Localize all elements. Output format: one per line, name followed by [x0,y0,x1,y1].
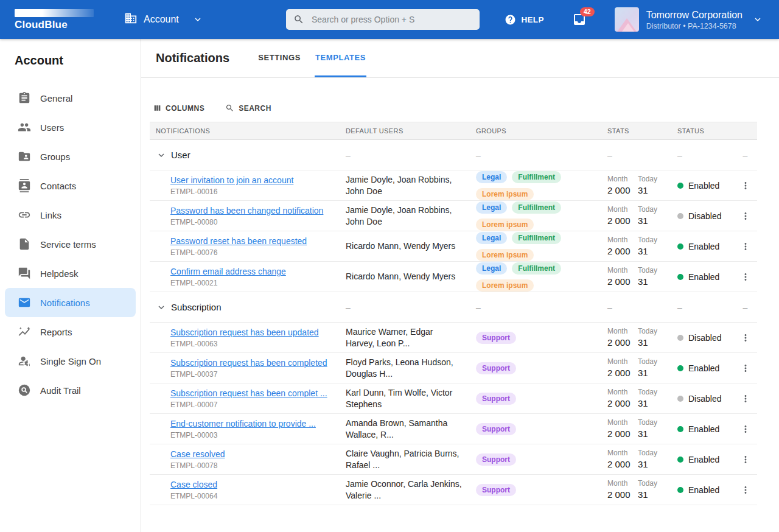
template-id: ETMPL-00064 [170,492,340,500]
person-gear-icon [17,354,32,368]
row-menu-button[interactable] [738,330,753,346]
help-button[interactable]: HELP [505,14,544,26]
stat-month: Month2 000 [607,175,638,196]
default-users: Jamie Doyle, Joan Robbins, John Doe [346,205,463,228]
status-badge: Enabled [677,272,733,282]
status-label: Enabled [688,485,719,495]
template-row: User invitation to join an accountETMPL-… [150,170,757,201]
tab-settings[interactable]: SETTINGS [257,39,301,77]
template-link[interactable]: Password reset has been requested [170,236,307,247]
account-switcher[interactable]: Account [124,12,203,27]
status-badge: Enabled [677,455,733,464]
sidebar-item-single-sign-on[interactable]: Single Sign On [5,346,136,376]
row-menu-button[interactable] [738,421,753,437]
placeholder-dash: – [607,150,612,160]
template-link[interactable]: Subscription request has been completed [170,358,327,368]
row-menu-button[interactable] [738,269,753,285]
group-label: Subscription [171,302,222,312]
notifications-button[interactable]: 42 [572,12,587,27]
group-chip: Support [476,423,516,435]
help-label: HELP [522,15,544,24]
row-menu-button[interactable] [738,360,753,376]
default-users: Amanda Brown, Samantha Wallace, R... [346,418,463,441]
sidebar: Account GeneralUsersGroupsContactsLinksS… [0,39,141,532]
template-id: ETMPL-00037 [170,370,340,379]
search-button[interactable]: SEARCH [225,103,271,113]
default-users: Ricardo Mann, Wendy Myers [346,271,463,282]
template-link[interactable]: End-customer notification to provide ... [170,419,316,429]
sidebar-item-audit-trail[interactable]: Audit Trail [5,376,136,405]
collapse-chevron-icon[interactable] [156,150,167,161]
topbar: CloudBlue Account HELP 42 [0,0,779,39]
row-menu-button[interactable] [738,208,753,224]
tab-templates[interactable]: TEMPLATES [315,39,366,77]
group-row-user: User––––– [150,140,757,170]
sidebar-item-groups[interactable]: Groups [5,142,136,171]
search-icon [225,103,234,113]
cloudblue-logo[interactable]: CloudBlue [15,9,94,30]
sidebar-item-helpdesk[interactable]: Helpdesk [5,259,136,288]
template-link[interactable]: Password has been changed notification [170,206,323,216]
template-row: Password has been changed notificationET… [150,201,757,231]
template-link[interactable]: Case resolved [170,449,225,460]
status-dot [677,457,683,463]
stat-month: Month2 000 [607,388,638,409]
sidebar-item-links[interactable]: Links [5,200,136,229]
row-menu-button[interactable] [738,482,753,498]
search-input[interactable] [310,14,465,25]
stat-month: Month2 000 [607,357,638,379]
sidebar-item-reports[interactable]: Reports [5,317,136,346]
row-menu-button[interactable] [738,239,753,254]
template-link[interactable]: Case closed [170,480,217,490]
row-menu-button[interactable] [738,391,753,407]
status-dot [677,365,683,371]
template-row: Case closedETMPL-00064Jamie Oconnor, Car… [150,475,757,505]
template-link[interactable]: User invitation to join an account [170,175,293,186]
group-chip: Support [476,362,516,374]
document-icon [17,237,32,251]
status-label: Enabled [688,455,719,464]
stat-today: Today31 [638,175,657,196]
template-row: Password reset has been requestedETMPL-0… [150,231,757,262]
sidebar-item-general[interactable]: General [5,83,136,113]
placeholder-dash: – [607,303,612,312]
group-row-subscription: Subscription––––– [150,292,757,323]
template-id: ETMPL-00078 [170,461,340,470]
row-menu-button[interactable] [738,452,753,467]
template-link[interactable]: Confirm email address change [170,267,286,277]
sidebar-item-service-terms[interactable]: Service terms [5,229,136,259]
row-menu-button[interactable] [738,178,753,194]
search-label: SEARCH [239,104,271,113]
link-icon [17,208,32,222]
group-label: User [171,150,190,160]
mail-icon [17,295,32,310]
col-header-stats: STATS [601,127,671,135]
org-info: Tomorrow Corporation Distributor • PA-12… [646,9,742,30]
group-chips: Support [476,453,601,466]
status-badge: Disabled [677,394,733,404]
stat-today: Today31 [638,449,657,470]
group-chip: Lorem ipsum [476,219,534,231]
status-dot [677,243,683,250]
sidebar-item-label: Links [40,210,61,220]
notification-count-badge: 42 [580,7,595,16]
sidebar-item-users[interactable]: Users [5,113,136,142]
group-chip: Fulfillment [512,262,561,275]
org-switcher[interactable]: Tomorrow Corporation Distributor • PA-12… [615,7,763,32]
collapse-chevron-icon[interactable] [156,302,167,313]
sidebar-nav: GeneralUsersGroupsContactsLinksService t… [0,83,141,405]
sidebar-item-notifications[interactable]: Notifications [5,288,136,317]
status-label: Enabled [688,363,719,373]
columns-icon [153,104,161,112]
group-chip: Fulfillment [512,232,561,244]
template-link[interactable]: Subscription request has been complet ..… [170,388,327,399]
template-link[interactable]: Subscription request has been updated [170,327,319,338]
group-chips: LegalFulfillmentLorem ipsum [476,262,601,292]
columns-button[interactable]: COLUMNS [153,103,204,113]
sidebar-title: Account [15,54,141,68]
contact-card-icon [17,178,32,193]
group-chips: Support [476,393,601,405]
table-body: User–––––User invitation to join an acco… [150,140,757,505]
stat-today: Today31 [638,205,657,226]
sidebar-item-contacts[interactable]: Contacts [5,171,136,200]
